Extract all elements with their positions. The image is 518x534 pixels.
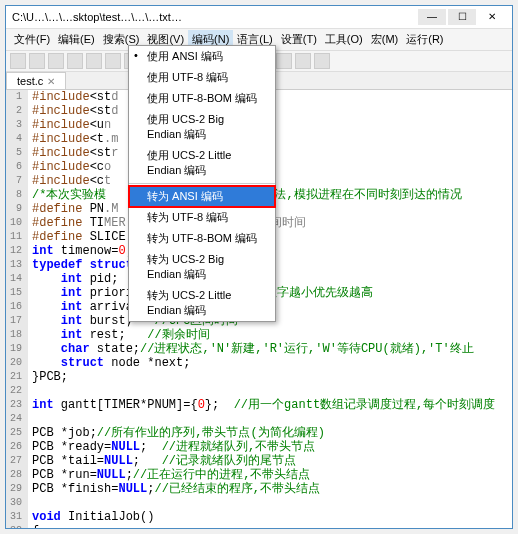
code-line[interactable] bbox=[32, 384, 512, 398]
encoding-menu-item[interactable]: 转为 UCS-2 Big Endian 编码 bbox=[129, 249, 275, 285]
code-line[interactable] bbox=[32, 412, 512, 426]
encoding-menu-item[interactable]: 使用 UCS-2 Little Endian 编码 bbox=[129, 145, 275, 181]
minimize-button[interactable]: — bbox=[418, 9, 446, 25]
new-file-icon[interactable] bbox=[10, 53, 26, 69]
menu-item-label: 使用 UTF-8-BOM 编码 bbox=[147, 92, 257, 104]
line-number: 11 bbox=[10, 230, 22, 244]
encoding-menu-item[interactable]: 使用 ANSI 编码 bbox=[129, 46, 275, 67]
menu-item-label: 转为 UTF-8 编码 bbox=[147, 211, 228, 223]
code-line[interactable]: struct node *next; bbox=[32, 356, 512, 370]
menu-item[interactable]: 设置(T) bbox=[277, 30, 321, 49]
menu-item[interactable]: 工具(O) bbox=[321, 30, 367, 49]
encoding-menu-item[interactable]: 转为 ANSI 编码 bbox=[129, 186, 275, 207]
line-number: 18 bbox=[10, 328, 22, 342]
menu-item-label: 使用 UCS-2 Little Endian 编码 bbox=[147, 149, 231, 176]
line-number: 10 bbox=[10, 216, 22, 230]
line-number: 26 bbox=[10, 440, 22, 454]
menu-item-label: 使用 UCS-2 Big Endian 编码 bbox=[147, 113, 224, 140]
encoding-menu-item[interactable]: 使用 UTF-8 编码 bbox=[129, 67, 275, 88]
encoding-menu-item[interactable]: 转为 UTF-8 编码 bbox=[129, 207, 275, 228]
line-number: 3 bbox=[10, 118, 22, 132]
line-number: 12 bbox=[10, 244, 22, 258]
window-controls: — ☐ ✕ bbox=[418, 9, 506, 25]
encoding-dropdown: 使用 ANSI 编码使用 UTF-8 编码使用 UTF-8-BOM 编码使用 U… bbox=[128, 45, 276, 322]
line-number: 15 bbox=[10, 286, 22, 300]
line-number: 8 bbox=[10, 188, 22, 202]
play-icon[interactable] bbox=[295, 53, 311, 69]
record-icon[interactable] bbox=[314, 53, 330, 69]
line-number: 27 bbox=[10, 454, 22, 468]
line-number: 24 bbox=[10, 412, 22, 426]
menu-separator bbox=[129, 183, 275, 184]
menu-item-label: 转为 UTF-8-BOM 编码 bbox=[147, 232, 257, 244]
line-number: 17 bbox=[10, 314, 22, 328]
line-number: 14 bbox=[10, 272, 22, 286]
encoding-menu-item[interactable]: 使用 UCS-2 Big Endian 编码 bbox=[129, 109, 275, 145]
line-number: 13 bbox=[10, 258, 22, 272]
menu-item[interactable]: 编辑(E) bbox=[54, 30, 99, 49]
encoding-menu-item[interactable]: 转为 UCS-2 Little Endian 编码 bbox=[129, 285, 275, 321]
titlebar: C:\U…\…\…sktop\test…\…\…txt… — ☐ ✕ bbox=[6, 6, 512, 29]
code-line[interactable]: PCB *run=NULL;//正在运行中的进程,不带头结点 bbox=[32, 468, 512, 482]
line-number: 31 bbox=[10, 510, 22, 524]
encoding-menu-item[interactable]: 转为 UTF-8-BOM 编码 bbox=[129, 228, 275, 249]
save-all-icon[interactable] bbox=[67, 53, 83, 69]
macro-icon[interactable] bbox=[276, 53, 292, 69]
code-line[interactable]: PCB *ready=NULL; //进程就绪队列,不带头节点 bbox=[32, 440, 512, 454]
line-gutter: 1234567891011121314151617181920212223242… bbox=[6, 90, 28, 528]
line-number: 21 bbox=[10, 370, 22, 384]
menu-item[interactable]: 宏(M) bbox=[367, 30, 403, 49]
code-line[interactable] bbox=[32, 496, 512, 510]
encoding-menu-item[interactable]: 使用 UTF-8-BOM 编码 bbox=[129, 88, 275, 109]
line-number: 20 bbox=[10, 356, 22, 370]
code-line[interactable]: void InitialJob() bbox=[32, 510, 512, 524]
window-title: C:\U…\…\…sktop\test…\…\…txt… bbox=[12, 11, 418, 23]
code-line[interactable]: PCB *tail=NULL; //记录就绪队列的尾节点 bbox=[32, 454, 512, 468]
line-number: 29 bbox=[10, 482, 22, 496]
menu-item-label: 转为 ANSI 编码 bbox=[147, 190, 223, 202]
code-line[interactable]: PCB *finish=NULL;//已经结束的程序,不带头结点 bbox=[32, 482, 512, 496]
copy-icon[interactable] bbox=[105, 53, 121, 69]
line-number: 22 bbox=[10, 384, 22, 398]
code-line[interactable]: { bbox=[32, 524, 512, 528]
open-file-icon[interactable] bbox=[29, 53, 45, 69]
save-icon[interactable] bbox=[48, 53, 64, 69]
tab-test-c[interactable]: test.c ✕ bbox=[6, 72, 66, 89]
menu-item-label: 使用 UTF-8 编码 bbox=[147, 71, 228, 83]
line-number: 6 bbox=[10, 160, 22, 174]
menu-item-label: 转为 UCS-2 Little Endian 编码 bbox=[147, 289, 231, 316]
menu-item[interactable]: 运行(R) bbox=[402, 30, 447, 49]
line-number: 32 bbox=[10, 524, 22, 528]
line-number: 2 bbox=[10, 104, 22, 118]
line-number: 9 bbox=[10, 202, 22, 216]
tab-label: test.c bbox=[17, 75, 43, 87]
line-number: 16 bbox=[10, 300, 22, 314]
line-number: 7 bbox=[10, 174, 22, 188]
line-number: 30 bbox=[10, 496, 22, 510]
menu-item-label: 转为 UCS-2 Big Endian 编码 bbox=[147, 253, 224, 280]
maximize-button[interactable]: ☐ bbox=[448, 9, 476, 25]
tab-close-icon[interactable]: ✕ bbox=[47, 76, 55, 87]
code-line[interactable]: int rest; //剩余时间 bbox=[32, 328, 512, 342]
line-number: 5 bbox=[10, 146, 22, 160]
close-button[interactable]: ✕ bbox=[478, 9, 506, 25]
code-line[interactable]: char state;//进程状态,'N'新建,'R'运行,'W'等待CPU(就… bbox=[32, 342, 512, 356]
line-number: 25 bbox=[10, 426, 22, 440]
cut-icon[interactable] bbox=[86, 53, 102, 69]
code-line[interactable]: }PCB; bbox=[32, 370, 512, 384]
menu-item[interactable]: 文件(F) bbox=[10, 30, 54, 49]
line-number: 4 bbox=[10, 132, 22, 146]
code-line[interactable]: PCB *job;//所有作业的序列,带头节点(为简化编程) bbox=[32, 426, 512, 440]
line-number: 19 bbox=[10, 342, 22, 356]
line-number: 23 bbox=[10, 398, 22, 412]
code-line[interactable]: int gantt[TIMER*PNUM]={0}; //用一个gantt数组记… bbox=[32, 398, 512, 412]
line-number: 28 bbox=[10, 468, 22, 482]
line-number: 1 bbox=[10, 90, 22, 104]
menu-item-label: 使用 ANSI 编码 bbox=[147, 50, 223, 62]
